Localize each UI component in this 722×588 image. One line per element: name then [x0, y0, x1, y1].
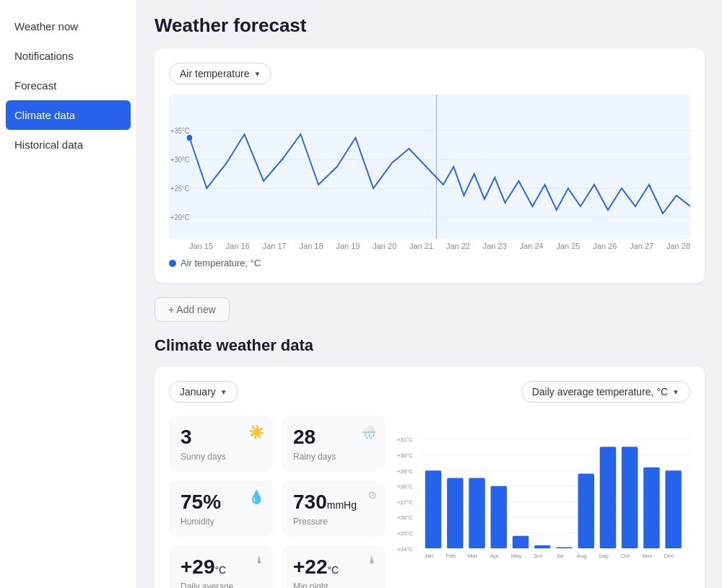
svg-text:+25°C: +25°C	[397, 530, 413, 537]
svg-text:Nov: Nov	[642, 553, 652, 559]
svg-text:May: May	[511, 553, 522, 559]
climate-card: January ▼ Daily average temperature, °C …	[155, 367, 705, 588]
svg-text:+24°C: +24°C	[397, 546, 413, 553]
svg-rect-30	[491, 486, 507, 548]
legend-dot-icon	[169, 260, 176, 267]
sunny-icon: ☀️	[248, 424, 264, 440]
stat-pressure: ⊙ 730mmHg Pressure	[282, 481, 386, 537]
svg-text:+25°C: +25°C	[170, 185, 190, 193]
sunny-label: Sunny days	[180, 452, 261, 462]
main-content: Weather forecast Air temperature ▼ +20°C…	[137, 0, 722, 588]
svg-rect-29	[469, 478, 484, 548]
chevron-down-icon: ▼	[672, 388, 679, 396]
chart-legend: Air temperature, °C	[169, 258, 690, 268]
svg-text:Jan: Jan	[425, 553, 434, 559]
sidebar-item-forecast[interactable]: Forecast	[0, 71, 136, 100]
svg-rect-36	[622, 447, 638, 548]
sidebar-item-historical-data[interactable]: Historical data	[0, 130, 136, 159]
svg-rect-32	[534, 545, 550, 548]
stat-rainy-days: 🌧️ 28 Rainy days	[282, 416, 386, 472]
pressure-value: 730mmHg	[293, 491, 374, 514]
forecast-card: Air temperature ▼ +20°C +25°C +30°C +35°…	[155, 48, 705, 283]
svg-text:Mar: Mar	[468, 553, 478, 559]
avg-temp-value: +29°C	[180, 556, 261, 579]
bar-chart-area: +31°C +30°C +29°C +28°C +27°C +26°C +25°…	[397, 416, 690, 588]
svg-text:Jul: Jul	[556, 553, 563, 559]
rainy-label: Rainy days	[293, 452, 374, 462]
forecast-chart: +20°C +25°C +30°C +35°C Jan 15 Jan 16 Ja…	[169, 95, 690, 253]
climate-section-title: Climate weather data	[155, 336, 705, 355]
sidebar-item-climate-data[interactable]: Climate data	[6, 100, 131, 130]
line-chart-svg: +20°C +25°C +30°C +35°C	[169, 95, 690, 239]
sidebar: Weather now Notifications Forecast Clima…	[0, 0, 137, 588]
svg-text:Dec: Dec	[664, 553, 674, 559]
svg-text:+31°C: +31°C	[397, 436, 413, 443]
svg-rect-37	[643, 468, 659, 548]
rainy-icon: 🌧️	[361, 424, 377, 440]
min-temp-label: Min night temperature	[293, 582, 374, 588]
svg-text:+29°C: +29°C	[397, 468, 413, 475]
stat-humidity: 💧 75% Humidity	[169, 481, 273, 537]
avg-temp-icon: 🌡	[254, 554, 264, 566]
svg-text:+20°C: +20°C	[170, 214, 190, 221]
sidebar-item-notifications[interactable]: Notifications	[0, 41, 136, 71]
svg-rect-38	[665, 470, 681, 548]
climate-content: ☀️ 3 Sunny days 🌧️ 28 Rainy days 💧 75% H…	[169, 416, 690, 588]
month-dropdown[interactable]: January ▼	[169, 381, 238, 403]
svg-text:Jun: Jun	[534, 553, 543, 559]
svg-text:+28°C: +28°C	[397, 483, 413, 490]
chevron-down-icon: ▼	[253, 70, 261, 78]
chevron-down-icon: ▼	[220, 388, 227, 396]
svg-text:Aug: Aug	[577, 553, 587, 559]
x-axis-labels: Jan 15 Jan 16 Jan 17 Jan 18 Jan 19 Jan 2…	[169, 239, 690, 250]
svg-text:+35°C: +35°C	[170, 127, 190, 135]
climate-card-header: January ▼ Daily average temperature, °C …	[169, 381, 690, 403]
page-title: Weather forecast	[155, 14, 705, 37]
stat-min-temp: 🌡 +22°C Min night temperature	[282, 545, 386, 588]
svg-rect-34	[578, 473, 594, 548]
svg-text:Apr: Apr	[490, 553, 499, 559]
min-temp-icon: 🌡	[367, 554, 377, 566]
stat-avg-temp: 🌡 +29°C Daily average temperature	[169, 545, 273, 588]
svg-rect-31	[513, 536, 529, 548]
metric-dropdown[interactable]: Daily average temperature, °C ▼	[521, 381, 690, 403]
humidity-icon: 💧	[248, 489, 264, 505]
pressure-icon: ⊙	[368, 489, 377, 501]
svg-text:Oct: Oct	[621, 553, 630, 559]
stats-grid: ☀️ 3 Sunny days 🌧️ 28 Rainy days 💧 75% H…	[169, 416, 386, 588]
air-temperature-dropdown[interactable]: Air temperature ▼	[169, 63, 271, 84]
svg-text:+26°C: +26°C	[397, 514, 413, 521]
sidebar-item-weather-now[interactable]: Weather now	[0, 12, 136, 41]
svg-rect-33	[556, 547, 572, 548]
humidity-label: Humidity	[180, 517, 261, 527]
svg-text:+27°C: +27°C	[397, 499, 413, 506]
svg-text:+30°C: +30°C	[170, 156, 190, 164]
pressure-label: Pressure	[293, 517, 374, 527]
min-temp-value: +22°C	[293, 556, 374, 579]
svg-text:Sep: Sep	[599, 553, 609, 559]
add-new-button[interactable]: + Add new	[155, 297, 230, 322]
svg-rect-35	[600, 447, 616, 548]
avg-temp-label: Daily average temperature	[180, 582, 261, 588]
svg-rect-28	[447, 478, 463, 548]
svg-text:+30°C: +30°C	[397, 452, 413, 459]
stat-sunny-days: ☀️ 3 Sunny days	[169, 416, 273, 472]
bar-chart-svg: +31°C +30°C +29°C +28°C +27°C +26°C +25°…	[397, 416, 690, 582]
svg-text:Feb: Feb	[446, 553, 456, 559]
svg-point-10	[187, 135, 193, 141]
svg-rect-27	[425, 470, 441, 548]
